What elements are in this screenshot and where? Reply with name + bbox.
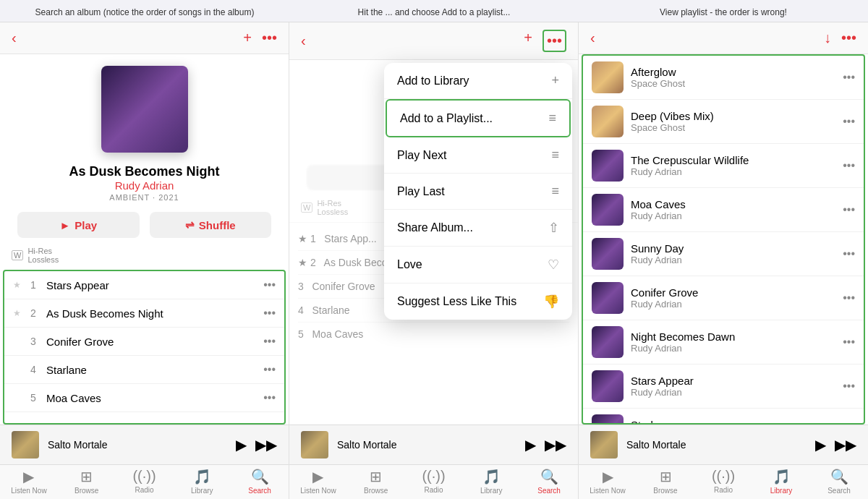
playlist-song-title: Sunny Day	[631, 242, 835, 255]
browse-icon-p2: ⊞	[370, 468, 382, 485]
tab-library-p1[interactable]: 🎵 Library	[180, 468, 224, 495]
library-label-p2: Library	[480, 487, 503, 495]
back-icon[interactable]: ‹	[12, 30, 17, 46]
more-icon-p1[interactable]: •••	[262, 30, 277, 46]
back-icon-p2[interactable]: ‹	[301, 33, 306, 49]
tab-search-p2[interactable]: 🔍 Search	[527, 468, 571, 495]
playlist-song-artist: Rudy Adrian	[631, 255, 835, 265]
tab-label: Browse	[75, 487, 98, 495]
playlist-song-artist: Rudy Adrian	[631, 166, 835, 177]
tab-icon: 🎵	[193, 468, 211, 485]
menu-play-last[interactable]: Play Last ≡	[384, 174, 572, 210]
tab-search-p1[interactable]: 🔍 Search	[238, 468, 281, 495]
playlist-art	[592, 61, 624, 93]
hires-icon: W	[12, 250, 23, 260]
tab-library-p3[interactable]: 🎵 Library	[760, 468, 803, 495]
song-item[interactable]: ★ 1 Stars Appear •••	[4, 271, 284, 299]
menu-love[interactable]: Love ♡	[384, 247, 572, 283]
song-item[interactable]: 5 Moa Caves •••	[4, 384, 284, 412]
menu-share[interactable]: Share Album... ⇧	[384, 210, 572, 247]
tab-browse-p2[interactable]: ⊞ Browse	[354, 468, 398, 495]
tab-radio-p3[interactable]: ((·)) Radio	[702, 468, 745, 495]
playlist-item[interactable]: Conifer Grove Rudy Adrian •••	[583, 276, 864, 320]
search-icon-p2: 🔍	[540, 468, 558, 485]
song-number: 3	[26, 336, 41, 347]
play-pause-btn-p3[interactable]: ▶	[815, 436, 826, 453]
shuffle-button[interactable]: ⇌ Shuffle	[150, 212, 272, 238]
tab-bar-p2: ▶ Listen Now ⊞ Browse ((·)) Radio 🎵 Libr…	[289, 464, 578, 499]
tab-listen-now-p2[interactable]: ▶ Listen Now	[297, 468, 340, 495]
song-title: As Dusk Becomes Night	[46, 307, 263, 320]
album-artist[interactable]: Rudy Adrian	[12, 179, 277, 192]
playlist-item[interactable]: Night Becomes Dawn Rudy Adrian •••	[583, 320, 864, 364]
song-more-icon[interactable]: •••	[263, 363, 276, 376]
tab-radio-p1[interactable]: ((·)) Radio	[122, 468, 166, 495]
more-icon-p2[interactable]: •••	[542, 30, 566, 52]
playlist-item[interactable]: Moa Caves Rudy Adrian •••	[583, 188, 864, 232]
tab-search-p3[interactable]: 🔍 Search	[817, 468, 861, 495]
playlist-item[interactable]: Starlane Rudy Adrian •••	[583, 409, 864, 425]
playlist-item[interactable]: Afterglow Space Ghost •••	[583, 56, 864, 100]
now-playing-p1[interactable]: Salto Mortale ▶ ▶▶	[0, 425, 289, 464]
song-title: Starlane	[46, 364, 263, 376]
skip-btn-p3[interactable]: ▶▶	[835, 436, 856, 453]
playlist-info: Starlane Rudy Adrian	[631, 419, 835, 425]
tab-radio-p2[interactable]: ((·)) Radio	[412, 468, 455, 495]
song-more-icon[interactable]: •••	[263, 335, 276, 348]
song-number: 2	[26, 307, 41, 319]
song-item[interactable]: 3 Conifer Grove •••	[4, 328, 284, 356]
song-more-icon[interactable]: •••	[263, 391, 276, 404]
playlist-more-icon[interactable]: •••	[843, 159, 855, 172]
tab-listen-now-p3[interactable]: ▶ Listen Now	[586, 468, 629, 495]
radio-icon-p2: ((·))	[422, 468, 445, 485]
play-button[interactable]: ► Play	[17, 212, 140, 238]
nav-bar-p3: ‹ ↓ •••	[579, 22, 868, 54]
add-icon-p2[interactable]: +	[524, 30, 532, 52]
playlist-item[interactable]: Sunny Day Rudy Adrian •••	[583, 232, 864, 276]
skip-btn-p1[interactable]: ▶▶	[255, 436, 277, 453]
tab-bar-p3: ▶ Listen Now ⊞ Browse ((·)) Radio 🎵 Libr…	[579, 464, 868, 499]
song-more-icon[interactable]: •••	[263, 278, 276, 291]
song-more-icon[interactable]: •••	[263, 307, 276, 320]
browse-label-p2: Browse	[364, 487, 388, 495]
song-item[interactable]: ★ 2 As Dusk Becomes Night •••	[4, 299, 284, 328]
menu-add-library[interactable]: Add to Library +	[384, 63, 572, 99]
song-title: Stars Appear	[46, 279, 263, 291]
back-icon-p3[interactable]: ‹	[590, 30, 595, 46]
menu-play-next-label: Play Next	[397, 149, 446, 162]
playlist-more-icon[interactable]: •••	[843, 336, 855, 349]
skip-btn-p2[interactable]: ▶▶	[545, 436, 566, 453]
playlist-more-icon[interactable]: •••	[843, 291, 855, 304]
add-icon-p1[interactable]: +	[243, 30, 252, 46]
menu-share-label: Share Album...	[397, 221, 473, 234]
playlist-item[interactable]: Stars Appear Rudy Adrian •••	[583, 364, 864, 409]
nav-icons-right-p1: + •••	[243, 30, 277, 46]
tab-browse-p1[interactable]: ⊞ Browse	[65, 468, 109, 495]
playlist-more-icon[interactable]: •••	[843, 203, 855, 216]
menu-love-label: Love	[397, 258, 422, 271]
song-item[interactable]: 4 Starlane •••	[4, 356, 284, 384]
playlist-song-title: Starlane	[631, 419, 835, 425]
panel-playlist: ‹ ↓ ••• Afterglow Space Ghost ••• Deep (…	[579, 22, 868, 499]
now-playing-p2[interactable]: Salto Mortale ▶ ▶▶	[289, 425, 578, 464]
tab-library-p2[interactable]: 🎵 Library	[469, 468, 513, 495]
playlist-item[interactable]: The Crepuscular Wildlife Rudy Adrian •••	[583, 144, 864, 188]
playlist-more-icon[interactable]: •••	[843, 380, 855, 393]
menu-add-playlist[interactable]: Add to a Playlist... ≡	[386, 99, 571, 137]
playlist-more-icon[interactable]: •••	[843, 115, 855, 128]
menu-suggest-less[interactable]: Suggest Less Like This 👎	[384, 283, 572, 320]
listen-now-icon-p3: ▶	[603, 468, 613, 485]
play-pause-btn-p2[interactable]: ▶	[525, 436, 536, 453]
playlist-item[interactable]: Deep (Vibes Mix) Space Ghost •••	[583, 100, 864, 144]
play-pause-btn-p1[interactable]: ▶	[236, 436, 247, 453]
album-meta: AMBIENT · 2021	[12, 193, 277, 202]
playlist-more-icon[interactable]: •••	[843, 71, 855, 84]
nav-bar-p2: ‹ + •••	[289, 22, 578, 60]
download-icon-p3[interactable]: ↓	[824, 30, 831, 46]
tab-listen-now-p1[interactable]: ▶ Listen Now	[7, 468, 51, 495]
now-playing-p3[interactable]: Salto Mortale ▶ ▶▶	[579, 425, 868, 464]
menu-play-next[interactable]: Play Next ≡	[384, 137, 572, 174]
more-icon-p3[interactable]: •••	[841, 30, 856, 46]
tab-browse-p3[interactable]: ⊞ Browse	[644, 468, 687, 495]
playlist-more-icon[interactable]: •••	[843, 247, 855, 260]
